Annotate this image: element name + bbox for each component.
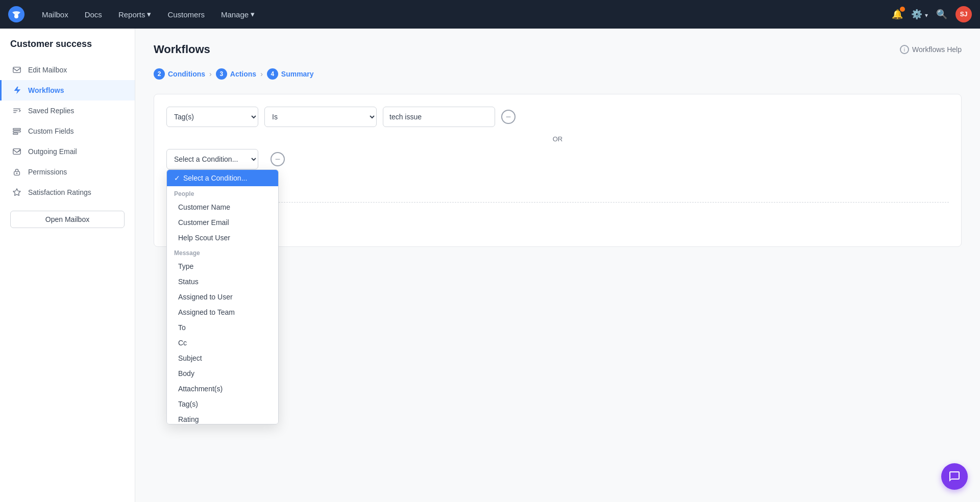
page-header: Workflows i Workflows Help xyxy=(154,43,962,56)
condition-dropdown-container: Select a Condition... ✓ Select a Conditi… xyxy=(166,149,258,169)
svg-rect-4 xyxy=(13,131,20,132)
sidebar-label-edit-mailbox: Edit Mailbox xyxy=(28,66,67,74)
step-num-2: 2 xyxy=(154,68,165,80)
step-actions[interactable]: 3 Actions xyxy=(216,68,256,80)
checkmark-icon: ✓ xyxy=(174,174,180,182)
help-link[interactable]: i Workflows Help xyxy=(900,45,962,54)
dropdown-option-customer-name[interactable]: Customer Name xyxy=(167,199,278,215)
svg-rect-5 xyxy=(13,133,18,135)
condition-row-2: Select a Condition... ✓ Select a Conditi… xyxy=(166,149,949,169)
sidebar-label-saved-replies: Saved Replies xyxy=(28,107,74,115)
dropdown-option-rating[interactable]: Rating xyxy=(167,412,278,424)
or-separator: OR xyxy=(166,135,949,143)
step-conditions[interactable]: 2 Conditions xyxy=(154,68,205,80)
dropdown-option-status[interactable]: Status xyxy=(167,274,278,289)
lightning-icon xyxy=(12,85,22,95)
breadcrumb-steps: 2 Conditions › 3 Actions › 4 Summary xyxy=(154,68,962,80)
condition-field-select-2[interactable]: Select a Condition... xyxy=(166,149,258,169)
sidebar-title: Customer success xyxy=(0,39,135,60)
sidebar-item-saved-replies[interactable]: Saved Replies xyxy=(0,101,135,121)
svg-point-1 xyxy=(14,14,18,18)
step-arrow-2: › xyxy=(260,70,263,78)
step-arrow-1: › xyxy=(209,70,212,78)
app-logo[interactable] xyxy=(8,6,24,22)
chevron-down-icon: ▾ xyxy=(251,10,255,19)
dropdown-group-people: People xyxy=(167,186,278,199)
condition-dropdown-menu: ✓ Select a Condition... People Customer … xyxy=(166,169,279,424)
top-navigation: Mailbox Docs Reports ▾ Customers Manage … xyxy=(0,0,980,29)
nav-docs[interactable]: Docs xyxy=(78,7,109,22)
sidebar-item-custom-fields[interactable]: Custom Fields xyxy=(0,121,135,141)
nav-reports[interactable]: Reports ▾ xyxy=(111,7,159,22)
step-num-3: 3 xyxy=(216,68,227,80)
condition-field-select-1[interactable]: Tag(s) xyxy=(166,107,258,127)
condition-row-1: Tag(s) Is − xyxy=(166,107,949,127)
dropdown-option-to[interactable]: To xyxy=(167,320,278,335)
search-button[interactable]: 🔍 xyxy=(936,9,947,20)
remove-condition-2-button[interactable]: − xyxy=(271,152,285,166)
nav-right: 🔔 ⚙️ ▾ 🔍 SJ xyxy=(892,6,972,22)
dropdown-option-help-scout-user[interactable]: Help Scout User xyxy=(167,230,278,245)
sidebar-label-outgoing-email: Outgoing Email xyxy=(28,147,77,156)
svg-rect-2 xyxy=(13,67,20,73)
settings-button[interactable]: ⚙️ ▾ xyxy=(911,9,928,20)
open-mailbox-button[interactable]: Open Mailbox xyxy=(10,211,125,228)
star-icon xyxy=(12,187,22,197)
dropdown-option-type[interactable]: Type xyxy=(167,259,278,274)
reply-icon xyxy=(12,106,22,116)
dropdown-option-customer-email[interactable]: Customer Email xyxy=(167,215,278,230)
page-layout: Customer success Edit Mailbox Workflows … xyxy=(0,29,980,502)
sidebar-label-permissions: Permissions xyxy=(28,168,67,176)
fields-icon xyxy=(12,126,22,136)
sidebar-item-outgoing-email[interactable]: Outgoing Email xyxy=(0,141,135,162)
condition-value-input-1[interactable] xyxy=(383,107,495,127)
envelope-icon xyxy=(12,65,22,75)
dropdown-option-attachments[interactable]: Attachment(s) xyxy=(167,381,278,396)
nav-items: Mailbox Docs Reports ▾ Customers Manage … xyxy=(35,7,892,22)
info-icon: i xyxy=(900,45,909,54)
workflow-conditions-area: Tag(s) Is − OR Select a Condition... xyxy=(154,94,962,247)
step-num-4: 4 xyxy=(267,68,278,80)
main-content: Workflows i Workflows Help 2 Conditions … xyxy=(135,29,980,502)
sidebar-label-custom-fields: Custom Fields xyxy=(28,127,74,135)
dropdown-option-tags[interactable]: Tag(s) xyxy=(167,396,278,412)
and-divider xyxy=(166,202,949,203)
chat-support-button[interactable] xyxy=(941,463,968,490)
sidebar-item-satisfaction-ratings[interactable]: Satisfaction Ratings xyxy=(0,182,135,203)
sidebar: Customer success Edit Mailbox Workflows … xyxy=(0,29,135,502)
user-avatar[interactable]: SJ xyxy=(955,6,972,22)
nav-mailbox[interactable]: Mailbox xyxy=(35,7,76,22)
notification-badge xyxy=(900,7,905,12)
sidebar-label-satisfaction-ratings: Satisfaction Ratings xyxy=(28,188,91,196)
page-title: Workflows xyxy=(154,43,210,56)
svg-point-8 xyxy=(16,172,18,174)
dropdown-option-assigned-to-team[interactable]: Assigned to Team xyxy=(167,305,278,320)
chevron-down-icon: ▾ xyxy=(147,10,151,19)
dropdown-option-body[interactable]: Body xyxy=(167,366,278,381)
sidebar-item-edit-mailbox[interactable]: Edit Mailbox xyxy=(0,60,135,80)
dropdown-option-subject[interactable]: Subject xyxy=(167,350,278,366)
notifications-button[interactable]: 🔔 xyxy=(892,9,903,20)
dropdown-selected-item[interactable]: ✓ Select a Condition... xyxy=(167,170,278,186)
step-summary[interactable]: 4 Summary xyxy=(267,68,314,80)
dropdown-option-assigned-to-user[interactable]: Assigned to User xyxy=(167,289,278,305)
sidebar-item-permissions[interactable]: Permissions xyxy=(0,162,135,182)
dropdown-option-cc[interactable]: Cc xyxy=(167,335,278,350)
nav-customers[interactable]: Customers xyxy=(160,7,212,22)
step-label-conditions: Conditions xyxy=(168,70,205,78)
sidebar-item-workflows[interactable]: Workflows xyxy=(0,80,135,101)
remove-condition-1-button[interactable]: − xyxy=(501,110,516,124)
outgoing-icon xyxy=(12,146,22,157)
sidebar-label-workflows: Workflows xyxy=(28,86,64,94)
condition-operator-select-1[interactable]: Is xyxy=(264,107,377,127)
lock-icon xyxy=(12,167,22,177)
nav-manage[interactable]: Manage ▾ xyxy=(214,7,262,22)
step-label-summary: Summary xyxy=(281,70,314,78)
svg-rect-3 xyxy=(13,129,20,130)
step-label-actions: Actions xyxy=(230,70,256,78)
dropdown-group-message: Message xyxy=(167,245,278,259)
